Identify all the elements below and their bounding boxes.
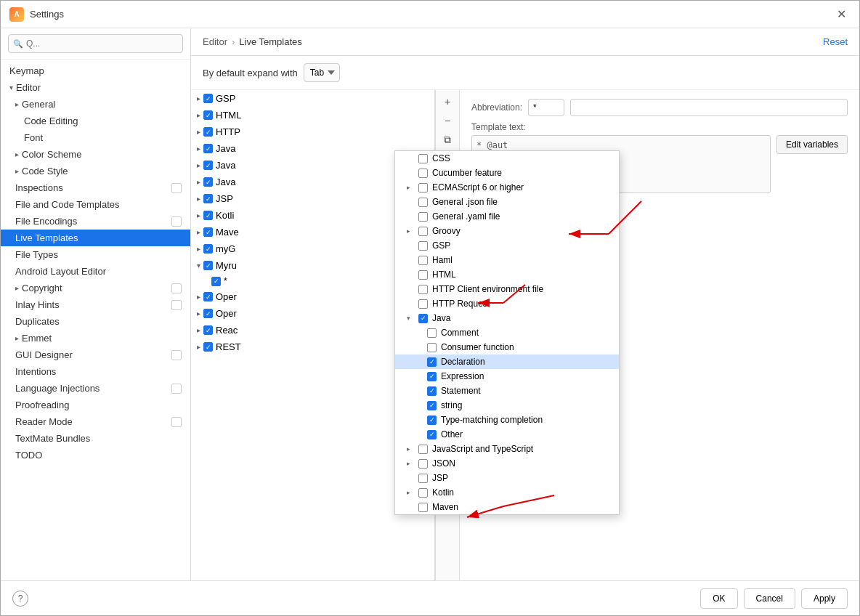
sidebar-item-emmet[interactable]: ▸ Emmet xyxy=(1,330,190,346)
sidebar-item-textmate[interactable]: TextMate Bundles xyxy=(1,430,190,447)
sidebar-item-file-types[interactable]: File Types xyxy=(1,246,190,263)
group-header-http[interactable]: ▸ HTTP xyxy=(191,123,434,140)
dd-checkbox-string[interactable] xyxy=(427,401,437,410)
add-button[interactable]: + xyxy=(439,93,456,110)
sidebar-item-inspections[interactable]: Inspections xyxy=(1,179,190,196)
dropdown-item-cucumber[interactable]: Cucumber feature xyxy=(395,166,619,180)
description-input[interactable]: class annotation xyxy=(570,99,848,116)
sidebar-item-reader-mode[interactable]: Reader Mode xyxy=(1,413,190,430)
apply-button[interactable]: Apply xyxy=(801,588,848,609)
close-icon[interactable]: ✕ xyxy=(832,6,851,23)
sidebar-item-general[interactable]: ▸ General xyxy=(1,96,190,113)
group-checkbox-java2[interactable] xyxy=(203,161,213,170)
sidebar-item-live-templates[interactable]: Live Templates xyxy=(1,230,190,246)
sidebar-item-keymap[interactable]: Keymap xyxy=(1,62,190,79)
dd-checkbox-maven-dd[interactable] xyxy=(418,503,428,512)
dd-checkbox-gsp[interactable] xyxy=(418,241,428,251)
sidebar-item-language-injections[interactable]: Language Injections xyxy=(1,380,190,397)
dd-checkbox-http-req[interactable] xyxy=(418,299,428,309)
sidebar-item-todo[interactable]: TODO xyxy=(1,447,190,463)
group-checkbox-myg[interactable] xyxy=(203,244,213,254)
dropdown-item-haml[interactable]: Haml xyxy=(395,253,619,267)
dd-checkbox-haml[interactable] xyxy=(418,256,428,265)
group-header-html[interactable]: ▸ HTML xyxy=(191,107,434,123)
dd-checkbox-consumer[interactable] xyxy=(427,343,437,352)
group-checkbox-kotlin[interactable] xyxy=(203,211,213,220)
copy-button[interactable]: ⧉ xyxy=(439,131,456,148)
group-checkbox-rest[interactable] xyxy=(203,342,213,352)
group-header-gsp[interactable]: ▸ GSP xyxy=(191,90,434,107)
dd-checkbox-json-file[interactable] xyxy=(418,198,428,207)
dropdown-item-json[interactable]: ▸ JSON xyxy=(395,456,619,471)
dropdown-item-expression[interactable]: Expression xyxy=(395,369,619,384)
dd-checkbox-other[interactable] xyxy=(427,430,437,439)
dropdown-item-http-env[interactable]: HTTP Client environment file xyxy=(395,282,619,296)
dropdown-item-jsp-dd[interactable]: JSP xyxy=(395,471,619,485)
expand-with-select[interactable]: Tab xyxy=(304,63,340,82)
breadcrumb-parent[interactable]: Editor xyxy=(203,36,227,47)
dd-checkbox-expression[interactable] xyxy=(427,372,437,381)
sidebar-item-duplicates[interactable]: Duplicates xyxy=(1,313,190,330)
dd-checkbox-type-matching[interactable] xyxy=(427,416,437,425)
dd-checkbox-declaration[interactable] xyxy=(427,357,437,367)
dropdown-item-css[interactable]: CSS xyxy=(395,151,619,166)
dropdown-item-gsp[interactable]: GSP xyxy=(395,238,619,253)
cancel-button[interactable]: Cancel xyxy=(744,588,795,609)
remove-button[interactable]: − xyxy=(439,112,456,129)
dd-checkbox-cucumber[interactable] xyxy=(418,169,428,178)
group-checkbox-jsp[interactable] xyxy=(203,194,213,203)
dropdown-item-maven-dd[interactable]: Maven xyxy=(395,500,619,514)
group-checkbox-java3[interactable] xyxy=(203,177,213,187)
abbreviation-input[interactable] xyxy=(528,99,564,116)
dd-checkbox-comment[interactable] xyxy=(427,328,437,338)
search-input[interactable] xyxy=(8,34,183,53)
sidebar-item-color-scheme[interactable]: ▸ Color Scheme xyxy=(1,146,190,163)
dd-checkbox-ecma[interactable] xyxy=(418,183,428,192)
dropdown-item-java[interactable]: ▾ Java xyxy=(395,311,619,325)
dropdown-item-yaml-file[interactable]: General .yaml file xyxy=(395,209,619,224)
dd-checkbox-html[interactable] xyxy=(418,270,428,280)
sidebar-item-file-encodings[interactable]: File Encodings xyxy=(1,213,190,230)
sidebar-item-code-editing[interactable]: Code Editing xyxy=(1,113,190,129)
sidebar-item-proofreading[interactable]: Proofreading xyxy=(1,397,190,413)
dd-checkbox-kotlin-dd[interactable] xyxy=(418,488,428,498)
dd-checkbox-js-ts[interactable] xyxy=(418,445,428,454)
group-checkbox-http[interactable] xyxy=(203,127,213,137)
dd-checkbox-statement[interactable] xyxy=(427,386,437,396)
group-checkbox-maven[interactable] xyxy=(203,227,213,237)
reset-button[interactable]: Reset xyxy=(823,36,848,47)
group-checkbox-myru[interactable] xyxy=(203,261,213,270)
dropdown-item-statement[interactable]: Statement xyxy=(395,384,619,398)
group-checkbox-gsp[interactable] xyxy=(203,94,213,103)
group-checkbox-react[interactable] xyxy=(203,325,213,335)
sidebar-item-android-layout-editor[interactable]: Android Layout Editor xyxy=(1,263,190,280)
dd-checkbox-json[interactable] xyxy=(418,459,428,469)
dropdown-item-js-ts[interactable]: ▸ JavaScript and TypeScript xyxy=(395,442,619,456)
dropdown-item-comment[interactable]: Comment xyxy=(395,325,619,340)
dropdown-item-html[interactable]: HTML xyxy=(395,267,619,282)
ok-button[interactable]: OK xyxy=(700,588,737,609)
dropdown-item-string[interactable]: string xyxy=(395,398,619,413)
group-checkbox-html[interactable] xyxy=(203,110,213,120)
dropdown-overlay[interactable]: CSS Cucumber feature ▸ ECMAScript 6 or h… xyxy=(394,150,620,515)
group-checkbox-oper1[interactable] xyxy=(203,292,213,301)
sidebar-item-font[interactable]: Font xyxy=(1,129,190,146)
dropdown-item-json-file[interactable]: General .json file xyxy=(395,195,619,209)
edit-variables-button[interactable]: Edit variables xyxy=(776,135,848,154)
item-checkbox-star[interactable] xyxy=(211,277,221,286)
sidebar-item-intentions[interactable]: Intentions xyxy=(1,363,190,380)
dropdown-item-consumer[interactable]: Consumer function xyxy=(395,340,619,354)
dropdown-item-other[interactable]: Other xyxy=(395,427,619,442)
help-button[interactable]: ? xyxy=(12,591,28,607)
dd-checkbox-http-env[interactable] xyxy=(418,285,428,294)
group-checkbox-oper2[interactable] xyxy=(203,309,213,318)
dd-checkbox-css[interactable] xyxy=(418,154,428,163)
dropdown-item-kotlin-dd[interactable]: ▸ Kotlin xyxy=(395,485,619,500)
group-checkbox-java1[interactable] xyxy=(203,144,213,153)
sidebar-item-code-style[interactable]: ▸ Code Style xyxy=(1,163,190,179)
sidebar-item-file-code-templates[interactable]: File and Code Templates xyxy=(1,196,190,213)
dropdown-item-http-req[interactable]: HTTP Request xyxy=(395,296,619,311)
dropdown-item-ecma[interactable]: ▸ ECMAScript 6 or higher xyxy=(395,180,619,195)
dropdown-item-groovy[interactable]: ▸ Groovy xyxy=(395,224,619,238)
sidebar-item-copyright[interactable]: ▸ Copyright xyxy=(1,280,190,296)
